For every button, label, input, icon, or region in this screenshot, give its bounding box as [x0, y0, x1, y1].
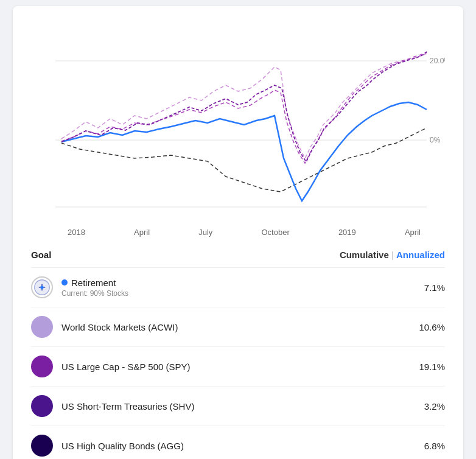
- spy-name: US Large Cap - S&P 500 (SPY): [61, 362, 419, 372]
- legend-item-spy: US Large Cap - S&P 500 (SPY) 19.1%: [31, 347, 445, 387]
- x-label-july: July: [198, 228, 212, 237]
- x-label-2018: 2018: [68, 228, 85, 237]
- legend-header: Goal Cumulative | Annualized: [31, 250, 445, 268]
- acwi-icon: [31, 316, 53, 338]
- x-label-2019: 2019: [338, 228, 356, 237]
- agg-name: US High Quality Bonds (AGG): [61, 441, 424, 451]
- x-label-april1: April: [134, 228, 150, 237]
- svg-point-6: [40, 286, 43, 289]
- acwi-name: World Stock Markets (ACWI): [61, 322, 419, 332]
- retirement-line: [61, 102, 427, 201]
- retirement-text: Retirement Current: 90% Stocks: [61, 278, 424, 298]
- chart-area: 20.0% 0% 2018 April July October 2019 Ap…: [31, 18, 445, 237]
- retirement-icon: [31, 276, 53, 298]
- shv-name: US Short-Term Treasuries (SHV): [61, 401, 424, 412]
- acwi-upper-line: [61, 54, 427, 158]
- main-card: 20.0% 0% 2018 April July October 2019 Ap…: [13, 6, 463, 459]
- shv-icon: [31, 395, 53, 417]
- x-axis: 2018 April July October 2019 April: [31, 225, 445, 237]
- acwi-value: 10.6%: [419, 322, 445, 332]
- x-label-april2: April: [405, 228, 421, 237]
- y-label-20: 20.0%: [430, 57, 445, 65]
- retirement-icon-svg: [33, 279, 51, 296]
- legend-item-acwi: World Stock Markets (ACWI) 10.6%: [31, 307, 445, 347]
- agg-value: 6.8%: [424, 441, 445, 451]
- retirement-name: Retirement: [71, 278, 116, 288]
- agg-text: US High Quality Bonds (AGG): [61, 441, 424, 451]
- spy-icon: [31, 356, 53, 377]
- performance-chart: 20.0% 0%: [31, 18, 445, 225]
- shv-value: 3.2%: [424, 401, 445, 412]
- separator: |: [391, 250, 396, 260]
- legend-header-right: Cumulative | Annualized: [340, 250, 445, 260]
- legend-section: Goal Cumulative | Annualized Re: [31, 250, 445, 459]
- legend-item-retirement: Retirement Current: 90% Stocks 7.1%: [31, 268, 445, 307]
- spy-text: US Large Cap - S&P 500 (SPY): [61, 362, 419, 372]
- retirement-sub: Current: 90% Stocks: [61, 289, 424, 298]
- annualized-label[interactable]: Annualized: [396, 250, 445, 260]
- cumulative-label[interactable]: Cumulative: [340, 250, 389, 260]
- acwi-text: World Stock Markets (ACWI): [61, 322, 419, 332]
- spy-value: 19.1%: [419, 362, 445, 372]
- retirement-value: 7.1%: [424, 282, 445, 293]
- agg-line: [61, 128, 427, 192]
- agg-icon: [31, 435, 53, 457]
- acwi-mid-line: [61, 52, 427, 163]
- legend-item-agg: US High Quality Bonds (AGG) 6.8%: [31, 426, 445, 459]
- x-label-october: October: [261, 228, 289, 237]
- legend-header-goal: Goal: [31, 250, 51, 260]
- retirement-dot: [61, 279, 68, 286]
- y-label-0: 0%: [430, 136, 441, 144]
- shv-text: US Short-Term Treasuries (SHV): [61, 401, 424, 412]
- legend-item-shv: US Short-Term Treasuries (SHV) 3.2%: [31, 387, 445, 426]
